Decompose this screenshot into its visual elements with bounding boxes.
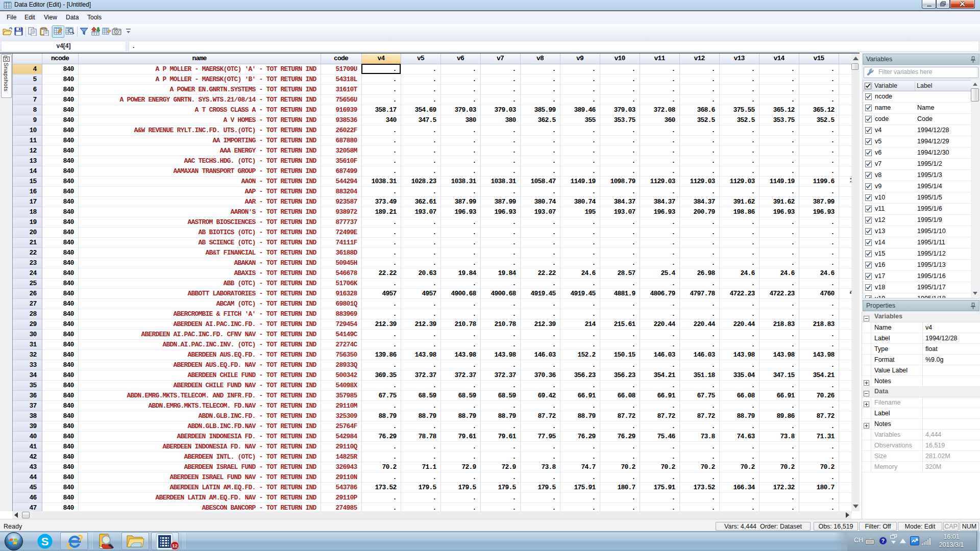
svg-text:S: S	[41, 535, 49, 548]
svg-text:12: 12	[172, 543, 178, 548]
svg-text:?: ?	[881, 538, 885, 544]
